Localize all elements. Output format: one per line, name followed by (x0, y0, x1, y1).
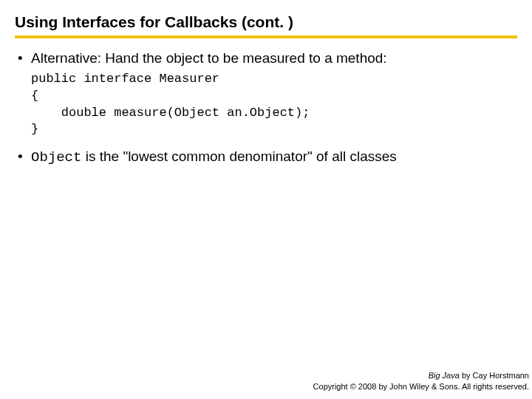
slide-footer: Big Java by Cay Horstmann Copyright © 20… (313, 370, 529, 392)
bullet-1-text: Alternative: Hand the object to be measu… (31, 50, 387, 66)
bullet-2-rest: is the "lowest common denominator" of al… (81, 149, 396, 164)
footer-book-title: Big Java (429, 371, 460, 380)
footer-line-2: Copyright © 2008 by John Wiley & Sons. A… (313, 381, 529, 392)
footer-author: by Cay Horstmann (460, 371, 529, 380)
footer-line-1: Big Java by Cay Horstmann (313, 370, 529, 381)
slide-body: Alternative: Hand the object to be measu… (15, 49, 517, 168)
bullet-2-code-word: Object (31, 149, 81, 166)
slide-title: Using Interfaces for Callbacks (cont. ) (15, 13, 517, 38)
bullet-2: Object is the "lowest common denominator… (15, 147, 517, 168)
bullet-1-code: public interface Measurer { double measu… (31, 71, 517, 139)
slide: Using Interfaces for Callbacks (cont. ) … (0, 0, 532, 399)
bullet-1: Alternative: Hand the object to be measu… (15, 49, 517, 138)
